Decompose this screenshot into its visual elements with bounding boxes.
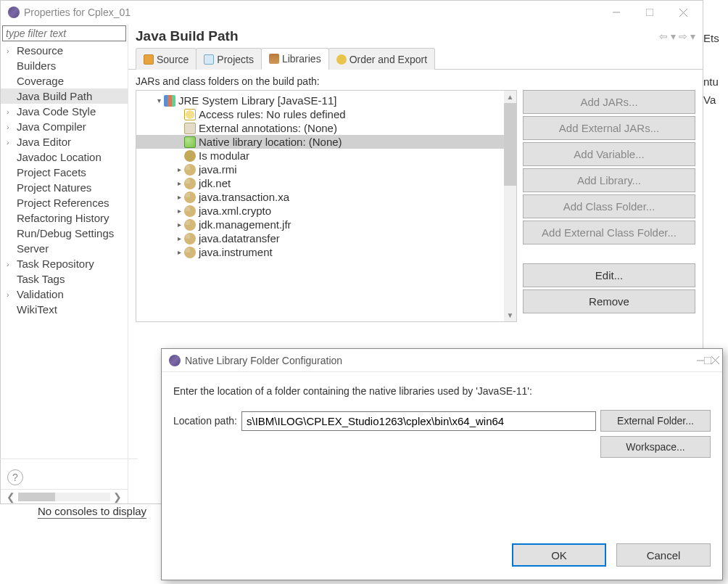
lib-tree-row[interactable]: ▸java.datatransfer <box>136 231 504 245</box>
nav-item[interactable]: ›Java Editor <box>1 134 128 149</box>
nav-item[interactable]: ›Java Compiler <box>1 119 128 134</box>
lib-tree-row[interactable]: Access rules: No rules defined <box>136 107 504 121</box>
nav-item-label: Javadoc Location <box>17 151 102 163</box>
nav-item-label: Validation <box>17 288 64 300</box>
tab-order-export[interactable]: Order and Export <box>328 48 435 70</box>
nav-item-label: Java Editor <box>17 136 71 148</box>
tab-label: Source <box>157 54 189 65</box>
nav-item-label: Server <box>17 242 49 255</box>
lib-tree-row[interactable]: ▸java.xml.crypto <box>136 204 504 218</box>
order-export-icon <box>336 54 347 65</box>
nav-item[interactable]: WikiText <box>1 302 128 317</box>
add-external-class-folder-button[interactable]: Add External Class Folder... <box>523 221 695 244</box>
lib-tree-row[interactable]: ▾JRE System Library [JavaSE-11] <box>136 94 504 107</box>
nav-item-label: Task Tags <box>17 273 65 285</box>
add-class-folder-button[interactable]: Add Class Folder... <box>523 194 695 218</box>
help-icon[interactable]: ? <box>7 469 23 485</box>
window-title: Properties for Cplex_01 <box>24 7 600 18</box>
nav-item[interactable]: Run/Debug Settings <box>1 226 128 241</box>
lib-tree-label: java.xml.crypto <box>199 205 271 217</box>
lib-tree-row[interactable]: ▸java.transaction.xa <box>136 190 504 204</box>
add-library-button[interactable]: Add Library... <box>523 168 695 192</box>
add-external-jars-button[interactable]: Add External JARs... <box>523 116 695 140</box>
nav-item[interactable]: ›Validation <box>1 287 128 302</box>
nav-item[interactable]: ›Task Repository <box>1 256 128 271</box>
add-jars-button[interactable]: Add JARs... <box>523 90 695 114</box>
scroll-up-icon[interactable]: ▲ <box>504 91 516 103</box>
nav-item[interactable]: Project Facets <box>1 165 128 180</box>
lib-tree-row[interactable]: ▸java.instrument <box>136 245 504 259</box>
tab-libraries[interactable]: Libraries <box>261 48 329 70</box>
libraries-description: JARs and class folders on the build path… <box>128 70 703 90</box>
lib-tree-row[interactable]: ▸jdk.management.jfr <box>136 218 504 231</box>
back-icon[interactable]: ⇦ ▾ <box>659 30 676 42</box>
libraries-tree[interactable]: ▾JRE System Library [JavaSE-11]Access ru… <box>136 91 504 321</box>
tab-projects[interactable]: Projects <box>196 48 262 70</box>
nav-item[interactable]: Server <box>1 241 128 256</box>
lib-tree-row[interactable]: ▸jdk.net <box>136 176 504 190</box>
location-path-input[interactable] <box>241 411 596 431</box>
filter-input[interactable] <box>2 25 126 41</box>
nav-item[interactable]: Project References <box>1 195 128 210</box>
ok-button[interactable]: OK <box>512 543 606 567</box>
lib-tree-label: java.datatransfer <box>199 232 280 244</box>
lib-tree-row[interactable]: ▸java.rmi <box>136 163 504 176</box>
nav-item[interactable]: Refactoring History <box>1 210 128 226</box>
nav-item[interactable]: Coverage <box>1 73 128 89</box>
minimize-button[interactable] <box>600 1 633 24</box>
nav-item[interactable]: Project Natures <box>1 180 128 195</box>
pkg-icon <box>184 164 196 176</box>
nav-item-label: Java Code Style <box>17 105 96 118</box>
dialog-maximize-button[interactable] <box>704 355 711 366</box>
nav-item[interactable]: ›Resource <box>1 43 128 58</box>
chevron-right-icon[interactable]: ▸ <box>174 193 184 201</box>
chevron-right-icon[interactable]: ▸ <box>174 234 184 242</box>
workspace-button[interactable]: Workspace... <box>600 436 711 458</box>
nav-item[interactable]: Builders <box>1 58 128 73</box>
scroll-down-icon[interactable]: ▼ <box>504 309 516 321</box>
edit-button[interactable]: Edit... <box>523 263 695 287</box>
chevron-right-icon: › <box>7 260 17 268</box>
dialog-close-button[interactable] <box>711 355 719 366</box>
lib-tree-label: java.rmi <box>199 163 237 176</box>
external-folder-button[interactable]: External Folder... <box>600 410 711 432</box>
chevron-right-icon[interactable]: ▸ <box>174 207 184 215</box>
console-message: No consoles to display <box>38 505 146 519</box>
libraries-icon <box>269 54 279 64</box>
chevron-right-icon: › <box>7 290 17 299</box>
lib-tree-row[interactable]: Is modular <box>136 149 504 163</box>
nav-item[interactable]: Task Tags <box>1 271 128 287</box>
maximize-button[interactable] <box>633 1 666 24</box>
nav-item[interactable]: ›Java Code Style <box>1 104 128 119</box>
mod-icon <box>184 150 196 162</box>
chevron-right-icon[interactable]: ▸ <box>174 179 184 187</box>
remove-button[interactable]: Remove <box>523 289 695 313</box>
libraries-tree-container: ▾JRE System Library [JavaSE-11]Access ru… <box>136 90 517 322</box>
dialog-title: Native Library Folder Configuration <box>185 355 697 366</box>
nav-item-label: WikiText <box>17 303 57 316</box>
libraries-vertical-scrollbar[interactable]: ▲ ▼ <box>504 91 516 321</box>
lib-tree-row[interactable]: External annotations: (None) <box>136 121 504 135</box>
tabs: Source Projects Libraries Order and Expo… <box>128 47 703 70</box>
nav-item[interactable]: Javadoc Location <box>1 149 128 165</box>
page-title: Java Build Path <box>136 28 659 44</box>
lib-tree-label: Native library location: (None) <box>199 136 342 148</box>
books-icon <box>164 95 175 107</box>
chevron-right-icon[interactable]: ▸ <box>174 221 184 229</box>
forward-icon[interactable]: ⇨ ▾ <box>679 30 695 42</box>
chevron-down-icon[interactable]: ▾ <box>154 96 164 104</box>
tab-source[interactable]: Source <box>136 48 197 70</box>
chevron-right-icon[interactable]: ▸ <box>174 165 184 173</box>
chevron-right-icon[interactable]: ▸ <box>174 248 184 256</box>
location-path-label: Location path: <box>173 415 237 427</box>
add-variable-button[interactable]: Add Variable... <box>523 142 695 166</box>
nav-item[interactable]: Java Build Path <box>1 89 128 104</box>
nav-item-label: Project Natures <box>17 181 91 194</box>
lib-tree-row[interactable]: Native library location: (None) <box>136 135 504 149</box>
svg-rect-1 <box>646 9 653 16</box>
bg-label: ntu <box>703 73 728 91</box>
annot-icon <box>184 123 196 134</box>
dialog-minimize-button[interactable] <box>697 355 704 366</box>
close-button[interactable] <box>666 1 700 24</box>
cancel-button[interactable]: Cancel <box>616 543 711 567</box>
